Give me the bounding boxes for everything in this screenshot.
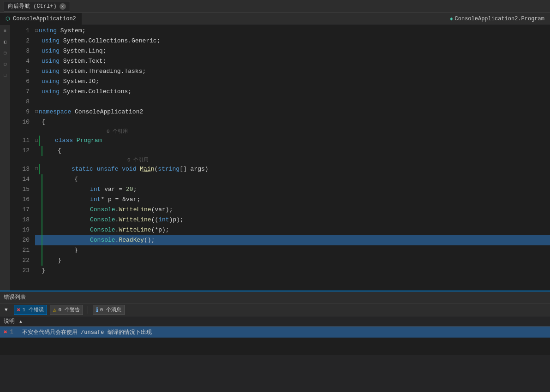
sidebar-icon-4[interactable]: ⊞ [1, 60, 9, 68]
code-line-15: int var = 20; [35, 184, 550, 195]
editor-area: 1 2 3 4 5 6 7 8 9 10 11 12 13 14 15 16 [10, 25, 550, 291]
sidebar-icon-2[interactable]: ◧ [1, 38, 9, 46]
ref-info-1: 0 个引用 [35, 156, 550, 164]
fold-1[interactable]: □ [35, 26, 38, 36]
code-line-3: using System.Linq; [35, 46, 550, 56]
code-line-2: using System.Collections.Generic; [35, 36, 550, 46]
code-line-20: Console.ReadKey(); [35, 235, 550, 245]
tab-consolepplication2[interactable]: ⬡ ConsoleApplication2 [0, 13, 82, 25]
ref-info-0: 0 个引用 [35, 127, 550, 136]
sidebar-icon-1[interactable]: ≡ [1, 27, 9, 35]
error-row-icon: ✖ [4, 328, 7, 336]
tab-breadcrumb: ◆ ConsoleApplication2.Program [444, 16, 550, 22]
warning-count-button[interactable]: ⚠ 0 个警告 [50, 305, 83, 315]
sort-icon: ▲ [19, 320, 22, 324]
tooltip-label: 向后导航 (Ctrl+) [8, 2, 57, 10]
bottom-area [0, 355, 550, 392]
error-panel-title: 错误列表 [4, 293, 26, 301]
close-icon: ✕ [61, 4, 64, 9]
sidebar-icon-3[interactable]: ⊟ [1, 49, 9, 57]
fold-13[interactable]: □ [35, 164, 38, 174]
error-col-header: 说明 ▲ [0, 316, 550, 327]
error-icon: ✖ [17, 306, 21, 314]
error-panel-header: 错误列表 [0, 291, 550, 303]
error-row-1[interactable]: ✖ 1 不安全代码只会在使用 /unsafe 编译的情况下出现 [0, 327, 550, 338]
error-count-label: 1 个错误 [22, 306, 43, 313]
info-count-label: 0 个消息 [100, 306, 121, 313]
code-line-8 [35, 97, 550, 107]
error-filter-dropdown[interactable]: ▼ [3, 306, 11, 314]
error-row-num: 1 [10, 329, 19, 335]
fold-9[interactable]: □ [35, 107, 38, 117]
code-line-10: { [35, 117, 550, 127]
error-list: ✖ 1 不安全代码只会在使用 /unsafe 编译的情况下出现 [0, 327, 550, 355]
back-navigation-tooltip[interactable]: 向后导航 (Ctrl+) ✕ [4, 1, 70, 12]
error-count-button[interactable]: ✖ 1 个错误 [14, 305, 47, 315]
warning-count-label: 0 个警告 [58, 306, 79, 313]
code-line-21: } [35, 245, 550, 255]
code-container[interactable]: 1 2 3 4 5 6 7 8 9 10 11 12 13 14 15 16 [10, 25, 550, 291]
toolbar-divider [88, 306, 88, 314]
tab-file-icon: ⬡ [6, 16, 10, 22]
code-line-6: using System.IO; [35, 77, 550, 87]
code-line-19: Console.WriteLine(*p); [35, 225, 550, 235]
code-line-22: } [35, 255, 550, 266]
breadcrumb-text: ConsoleApplication2.Program [455, 16, 544, 22]
code-editor[interactable]: □ using System; using System.Collections… [33, 25, 550, 291]
code-line-12: { [35, 146, 550, 156]
sidebar: ≡ ◧ ⊟ ⊞ □ [0, 25, 10, 291]
main-area: ≡ ◧ ⊟ ⊞ □ 1 2 3 4 5 6 7 8 9 10 11 12 [0, 25, 550, 291]
code-line-7: using System.Collections; [35, 87, 550, 97]
error-panel: 错误列表 ▼ ✖ 1 个错误 ⚠ 0 个警告 ℹ 0 个消息 说明 ▲ ✖ [0, 291, 550, 355]
code-line-11: □ class Program [35, 136, 550, 146]
code-line-1: □ using System; [35, 26, 550, 36]
top-toolbar: 向后导航 (Ctrl+) ✕ [0, 0, 550, 13]
sidebar-icon-5[interactable]: □ [1, 71, 9, 79]
tooltip-close-button[interactable]: ✕ [60, 3, 66, 10]
code-line-4: using System.Text; [35, 56, 550, 66]
error-toolbar: ▼ ✖ 1 个错误 ⚠ 0 个警告 ℹ 0 个消息 [0, 303, 550, 316]
code-line-13: □ static unsafe void Main(string[] args) [35, 164, 550, 174]
fold-11[interactable]: □ [35, 136, 38, 146]
error-row-message: 不安全代码只会在使用 /unsafe 编译的情况下出现 [22, 328, 546, 336]
info-count-button[interactable]: ℹ 0 个消息 [93, 305, 125, 315]
code-line-16: int* p = &var; [35, 195, 550, 205]
col-desc-label: 说明 ▲ [4, 317, 22, 325]
tab-bar: ⬡ ConsoleApplication2 ◆ ConsoleApplicati… [0, 13, 550, 25]
code-line-14: { [35, 174, 550, 184]
line-numbers: 1 2 3 4 5 6 7 8 9 10 11 12 13 14 15 16 [10, 25, 33, 291]
filter-down-icon: ▼ [5, 307, 8, 313]
breadcrumb-class-icon: ◆ [450, 16, 453, 22]
info-icon: ℹ [96, 306, 98, 314]
code-line-23: } [35, 266, 550, 276]
tab-label: ConsoleApplication2 [13, 16, 76, 22]
code-line-17: Console.WriteLine(var); [35, 205, 550, 215]
code-line-18: Console.WriteLine((int)p); [35, 215, 550, 225]
code-line-5: using System.Threading.Tasks; [35, 66, 550, 77]
code-line-9: □ namespace ConsoleApplication2 [35, 107, 550, 117]
warning-icon: ⚠ [53, 306, 57, 314]
